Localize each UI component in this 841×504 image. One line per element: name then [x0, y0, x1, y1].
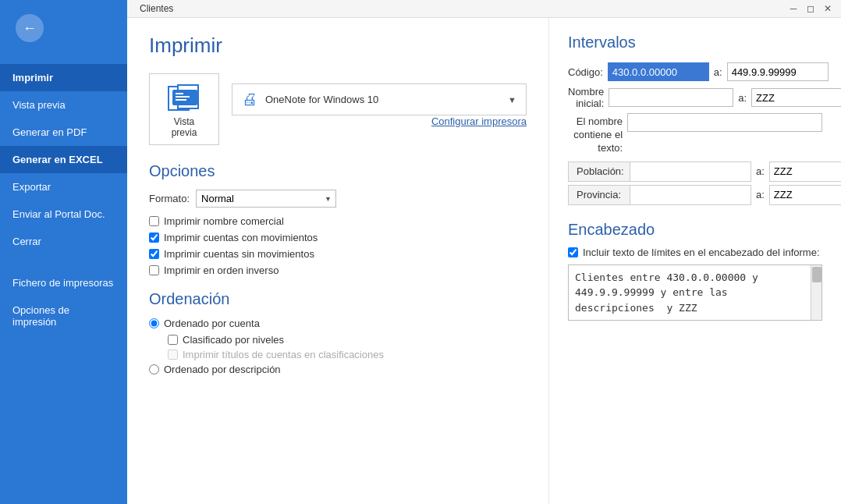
nombre-inicial-to-input[interactable]	[751, 88, 841, 107]
printer-name: OneNote for Windows 10	[265, 94, 500, 105]
checkbox-clasificado-niveles-label: Clasificado por niveles	[183, 334, 284, 346]
sidebar-item-opciones-impresion[interactable]: Opciones de impresión	[0, 296, 127, 335]
svg-rect-5	[176, 99, 186, 101]
radio-por-descripcion-label: Ordenado por descripción	[164, 364, 281, 375]
encabezado-title: Encabezado	[568, 221, 822, 239]
nombre-contiene-input[interactable]	[627, 113, 822, 132]
printer-selector[interactable]: 🖨 OneNote for Windows 10 ▼	[232, 83, 527, 115]
printer-icon: 🖨	[242, 91, 257, 108]
preview-label: Vista previa	[162, 116, 206, 138]
nombre-contiene-label: El nombrecontiene el texto:	[568, 113, 627, 155]
poblacion-from-input[interactable]	[630, 161, 751, 182]
nombre-inicial-from-input[interactable]	[609, 88, 733, 107]
poblacion-separator: a:	[751, 165, 769, 177]
configure-printer-link[interactable]: Configurar impresora	[232, 115, 527, 127]
checkbox-con-movimientos-input[interactable]	[149, 232, 159, 243]
format-label: Formato:	[149, 193, 190, 204]
window-title: Clientes	[140, 3, 173, 14]
encabezado-include-row[interactable]: Incluir texto de límites en el encabezad…	[568, 247, 822, 258]
right-panel: Intervalos Código: a: Nombre inicial: a:…	[548, 18, 841, 504]
sidebar-item-enviar-portal[interactable]: Enviar al Portal Doc.	[0, 201, 127, 228]
provincia-to-input[interactable]	[769, 185, 841, 205]
sidebar-item-generar-excel[interactable]: Generar en EXCEL	[0, 146, 127, 173]
restore-button[interactable]: ◻	[804, 2, 818, 16]
encabezado-scrollbar[interactable]	[811, 265, 821, 320]
back-button[interactable]: ←	[16, 14, 44, 42]
checkbox-imprimir-titulos: Imprimir títulos de cuentas en clasifica…	[168, 349, 527, 360]
printer-section: Vista previa 🖨 OneNote for Windows 10 ▼ …	[149, 73, 527, 145]
checkbox-nombre-comercial-label: Imprimir nombre comercial	[164, 215, 284, 227]
preview-button[interactable]: Vista previa	[149, 73, 219, 145]
opciones-title: Opciones	[149, 162, 527, 180]
encabezado-include-checkbox[interactable]	[568, 247, 578, 257]
minimize-button[interactable]: ─	[786, 2, 800, 16]
encabezado-section: Encabezado Incluir texto de límites en e…	[568, 221, 822, 321]
radio-por-cuenta[interactable]: Ordenado por cuenta	[149, 318, 527, 329]
format-select-wrapper[interactable]: Normal Detallado Resumido	[196, 190, 336, 208]
sidebar-item-exportar[interactable]: Exportar	[0, 173, 127, 201]
print-preview-icon	[168, 83, 200, 112]
checkbox-orden-inverso-input[interactable]	[149, 265, 159, 275]
encabezado-textarea[interactable]	[569, 265, 821, 320]
codigo-row: Código: a:	[568, 62, 822, 81]
provincia-label: Provincia:	[568, 185, 630, 205]
left-panel: Imprimir Vista previa	[127, 18, 548, 504]
ordenacion-title: Ordenación	[149, 290, 527, 308]
provincia-row: Provincia: a:	[568, 185, 822, 205]
checkbox-sin-movimientos-label: Imprimir cuentas sin movimientos	[164, 248, 314, 260]
checkbox-orden-inverso[interactable]: Imprimir en orden inverso	[149, 264, 527, 276]
poblacion-to-input[interactable]	[769, 161, 841, 182]
sidebar-navigation: Imprimir Vista previa Generar en PDF Gen…	[0, 64, 127, 335]
checkbox-con-movimientos[interactable]: Imprimir cuentas con movimientos	[149, 232, 527, 243]
encabezado-include-label: Incluir texto de límites en el encabezad…	[583, 247, 820, 258]
checkbox-nombre-comercial-input[interactable]	[149, 216, 159, 226]
sidebar-item-fichero-impresoras[interactable]: Fichero de impresoras	[0, 269, 127, 296]
radio-por-cuenta-input[interactable]	[149, 318, 159, 328]
codigo-to-input[interactable]	[727, 62, 829, 81]
encabezado-textarea-wrap	[568, 264, 822, 321]
provincia-separator: a:	[751, 189, 769, 201]
poblacion-row: Población: a:	[568, 161, 822, 182]
checkbox-sin-movimientos[interactable]: Imprimir cuentas sin movimientos	[149, 248, 527, 260]
sidebar: ← Imprimir Vista previa Generar en PDF G…	[0, 0, 127, 504]
radio-por-cuenta-label: Ordenado por cuenta	[164, 318, 260, 329]
codigo-from-input[interactable]	[608, 62, 709, 81]
close-button[interactable]: ✕	[821, 2, 835, 16]
format-row: Formato: Normal Detallado Resumido	[149, 190, 527, 208]
checkbox-orden-inverso-label: Imprimir en orden inverso	[164, 264, 279, 276]
provincia-from-input[interactable]	[630, 185, 751, 205]
sidebar-item-vista-previa[interactable]: Vista previa	[0, 91, 127, 119]
nombre-contiene-row: El nombrecontiene el texto:	[568, 113, 822, 155]
window-controls: ─ ◻ ✕	[786, 2, 835, 16]
checkbox-clasificado-niveles[interactable]: Clasificado por niveles	[168, 334, 527, 346]
nombre-inicial-row: Nombre inicial: a:	[568, 86, 822, 109]
checkbox-nombre-comercial[interactable]: Imprimir nombre comercial	[149, 215, 527, 227]
scrollbar-thumb	[812, 267, 821, 282]
radio-por-descripcion-input[interactable]	[149, 364, 159, 374]
dropdown-arrow-icon[interactable]: ▼	[508, 95, 516, 105]
checkbox-imprimir-titulos-input	[168, 350, 178, 360]
svg-rect-3	[176, 93, 183, 94]
main: Clientes ─ ◻ ✕ Imprimir	[127, 0, 841, 504]
title-bar: Clientes ─ ◻ ✕	[127, 0, 841, 18]
page-title: Imprimir	[149, 34, 527, 58]
poblacion-label: Población:	[568, 161, 630, 182]
ordenacion-section: Ordenación Ordenado por cuenta Clasifica…	[149, 290, 527, 375]
sidebar-item-imprimir[interactable]: Imprimir	[0, 64, 127, 91]
page-content: Imprimir Vista previa	[127, 18, 841, 504]
opciones-section: Opciones Formato: Normal Detallado Resum…	[149, 162, 527, 276]
radio-por-descripcion[interactable]: Ordenado por descripción	[149, 364, 527, 375]
nombre-inicial-label: Nombre inicial:	[568, 86, 609, 109]
sidebar-item-cerrar[interactable]: Cerrar	[0, 228, 127, 255]
sidebar-back[interactable]: ←	[0, 0, 127, 56]
intervalos-title: Intervalos	[568, 34, 822, 51]
back-icon: ←	[23, 20, 37, 37]
checkbox-imprimir-titulos-label: Imprimir títulos de cuentas en clasifica…	[183, 349, 384, 360]
checkbox-con-movimientos-label: Imprimir cuentas con movimientos	[164, 232, 318, 243]
codigo-separator: a:	[709, 66, 727, 78]
format-select[interactable]: Normal Detallado Resumido	[196, 190, 336, 208]
sidebar-item-generar-pdf[interactable]: Generar en PDF	[0, 119, 127, 146]
checkbox-sin-movimientos-input[interactable]	[149, 249, 159, 259]
svg-rect-4	[176, 96, 190, 98]
checkbox-clasificado-niveles-input[interactable]	[168, 335, 178, 345]
